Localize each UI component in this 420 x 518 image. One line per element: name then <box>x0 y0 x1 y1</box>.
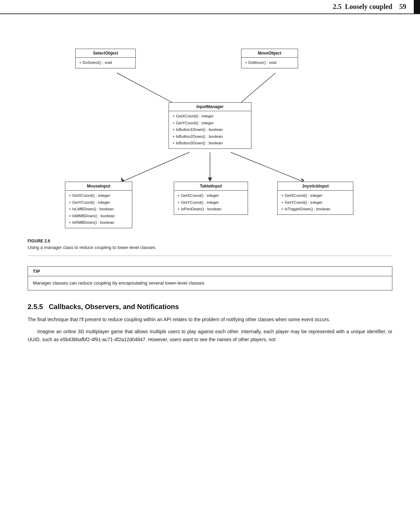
section-label-text: Loosely coupled <box>345 3 392 10</box>
section-title: 2.5 Loosely coupled <box>333 3 392 11</box>
mi-method-2: + GetYCoord() : integer <box>69 199 128 206</box>
mouseinput-header: MouseInput <box>65 182 132 191</box>
uml-box-selectobject: SelectObject + DoSelect() : void <box>75 49 136 68</box>
im-method-3: + IsButton1Down() : boolean <box>172 126 248 133</box>
section-255-heading: 2.5.5 Callbacks, Observers, and Notifica… <box>28 303 392 311</box>
uml-box-mouseinput: MouseInput + GetXCoord() : integer + Get… <box>65 182 132 228</box>
uml-box-tabletinput: TabletInput + GetXCoord() : integer + Ge… <box>174 182 248 215</box>
top-bar: 2.5 Loosely coupled 59 <box>0 0 420 14</box>
moveobject-header: MoveObject <box>241 49 298 58</box>
figure-label: FIGURE 2.6 <box>28 239 392 243</box>
diagram-container: SelectObject + DoSelect() : void MoveObj… <box>28 38 392 232</box>
joystickinput-header: JoystickInput <box>278 182 353 191</box>
uml-box-joystickinput: JoystickInput + GetXCoord() : integer + … <box>277 182 353 215</box>
im-method-4: + IsButton2Down() : boolean <box>172 133 248 140</box>
mi-method-3: + IsLMBDown() : boolean <box>69 206 128 213</box>
mi-method-4: + IsMMBDown() : boolean <box>69 213 128 220</box>
tabletinput-body: + GetXCoord() : integer + GetYCoord() : … <box>174 191 248 214</box>
svg-line-4 <box>122 152 189 182</box>
page-number: 59 <box>399 3 406 11</box>
uml-box-moveobject: MoveObject + DoMove() : void <box>241 49 298 68</box>
selectobject-header: SelectObject <box>76 49 135 58</box>
mi-method-5: + IsRMBDown() : boolean <box>69 219 128 226</box>
selectobject-body: + DoSelect() : void <box>76 58 135 68</box>
tip-box: TIP Manager classes can reduce coupling … <box>28 266 392 290</box>
ti-method-1: + GetXCoord() : integer <box>178 192 244 199</box>
header-right: 2.5 Loosely coupled 59 <box>333 3 406 11</box>
inputmanager-body: + GetXCoord() : integer + GetYCoord() : … <box>169 111 251 148</box>
svg-marker-5 <box>121 177 124 182</box>
im-method-2: + GetYCoord() : integer <box>172 120 248 127</box>
moveobject-method-1: + DoMove() : void <box>245 59 294 66</box>
paragraph-2-text: Imagine an online 3D multiplayer game th… <box>28 328 392 344</box>
main-content: SelectObject + DoSelect() : void MoveObj… <box>0 14 420 362</box>
tabletinput-header: TabletInput <box>174 182 248 191</box>
svg-line-8 <box>231 152 303 182</box>
section-number: 2.5 <box>333 3 342 10</box>
section-255-title: Callbacks, Observers, and Notifications <box>49 303 179 310</box>
black-bar-decoration <box>414 0 420 13</box>
ji-method-2: + GetYCoord() : integer <box>281 199 350 206</box>
paragraph-2: Imagine an online 3D multiplayer game th… <box>28 328 392 344</box>
paragraph-1: The final technique that I'll present to… <box>28 316 392 324</box>
ti-method-3: + IsPenDown() : boolean <box>178 206 244 213</box>
section-255-number: 2.5.5 <box>28 303 43 310</box>
ji-method-1: + GetXCoord() : integer <box>281 192 350 199</box>
svg-marker-7 <box>208 178 212 182</box>
tip-header: TIP <box>28 267 392 276</box>
selectobject-method-1: + DoSelect() : void <box>79 59 132 66</box>
ti-method-2: + GetYCoord() : integer <box>178 199 244 206</box>
inputmanager-header: InputManager <box>169 103 251 111</box>
moveobject-body: + DoMove() : void <box>241 58 298 68</box>
figure-caption: Using a manager class to reduce coupling… <box>28 245 392 256</box>
ji-method-3: + IsTriggerDown() : boolean <box>281 206 350 213</box>
im-method-1: + GetXCoord() : integer <box>172 113 248 120</box>
tip-body: Manager classes can reduce coupling by e… <box>28 276 392 290</box>
joystickinput-body: + GetXCoord() : integer + GetYCoord() : … <box>278 191 353 214</box>
uml-diagram: SelectObject + DoSelect() : void MoveObj… <box>55 38 365 232</box>
im-method-5: + IsButton3Down() : boolean <box>172 140 248 147</box>
uml-box-inputmanager: InputManager + GetXCoord() : integer + G… <box>169 102 251 149</box>
mouseinput-body: + GetXCoord() : integer + GetYCoord() : … <box>65 191 132 228</box>
svg-marker-9 <box>300 178 304 182</box>
mi-method-1: + GetXCoord() : integer <box>69 192 128 199</box>
